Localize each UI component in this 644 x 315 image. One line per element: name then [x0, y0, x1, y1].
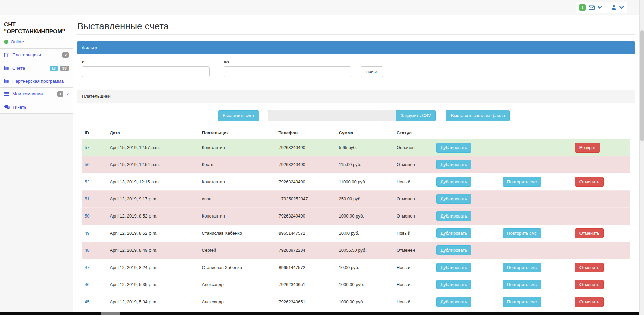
invoice-id-link[interactable]: 56	[85, 162, 89, 167]
cancel-button[interactable]: Отменить	[575, 297, 604, 307]
scrollbar-thumb[interactable]	[640, 30, 644, 141]
refund-button[interactable]: Возврат	[575, 143, 600, 153]
invoice-id-link[interactable]: 57	[85, 145, 89, 150]
chevron-down-icon[interactable]	[619, 6, 624, 9]
chevron-down-icon[interactable]	[598, 6, 602, 9]
date-to-label: по	[224, 59, 351, 64]
mail-icon[interactable]	[589, 5, 595, 10]
invoice-id-cell: 47	[82, 259, 107, 276]
sidebar: СНТ "ОРГСТАНКИНПРОМ" Online Плательщики2…	[0, 15, 73, 315]
sidebar-item-tickets[interactable]: Тикеты	[0, 101, 73, 113]
invoices-table: IDДатаПлательщикТелефонСуммаСтатус 57 Ap…	[82, 127, 630, 310]
filter-form: с по поиск	[82, 59, 630, 77]
csv-upload-group: Загрузить CSV	[268, 110, 436, 121]
invoices-header-row: IDДатаПлательщикТелефонСуммаСтатус	[82, 127, 630, 139]
invoice-id-link[interactable]: 45	[85, 299, 89, 304]
duplicate-button[interactable]: Дублировать	[436, 245, 471, 255]
repeat-sms-button[interactable]: Повторить смс	[503, 228, 541, 238]
notification-count-badge[interactable]: 1	[579, 4, 586, 11]
repeat-sms-button[interactable]: Повторить смс	[503, 263, 541, 273]
repeat-sms-button[interactable]: Повторить смс	[503, 297, 541, 307]
list-icon	[4, 92, 10, 96]
invoice-id-link[interactable]: 49	[85, 231, 89, 236]
invoice-status-cell: Новый	[394, 259, 434, 276]
cancel-button[interactable]: Отменить	[575, 263, 604, 273]
invoice-amount-cell: 5.65 руб.	[336, 139, 394, 156]
invoice-id-cell: 50	[82, 207, 107, 225]
csv-file-input[interactable]	[268, 110, 396, 121]
invoice-row: 49 April 12, 2019, 8:52 p.m. Станислав Х…	[82, 225, 630, 242]
online-status[interactable]: Online	[4, 39, 69, 44]
duplicate-button[interactable]: Дублировать	[436, 263, 471, 273]
invoice-date-cell: April 12, 2019, 8:52 p.m.	[107, 207, 199, 225]
scrollbar[interactable]	[639, 0, 644, 315]
duplicate-button[interactable]: Дублировать	[436, 143, 471, 153]
sidebar-item-label: Счета	[12, 66, 47, 71]
duplicate-button[interactable]: Дублировать	[436, 280, 471, 290]
duplicate-button[interactable]: Дублировать	[436, 211, 471, 221]
invoice-amount-cell: 10056.50 руб.	[336, 242, 394, 259]
invoice-phone-cell: 79262340651	[276, 276, 336, 293]
topbar-user-area: 1	[576, 2, 627, 13]
invoice-sms-cell: Повторить смс	[500, 225, 572, 242]
invoice-status-cell: Новый	[394, 276, 434, 293]
cancel-button[interactable]: Отменить	[575, 177, 604, 187]
invoice-id-link[interactable]: 51	[85, 196, 89, 201]
invoice-id-link[interactable]: 52	[85, 179, 89, 184]
invoice-date-cell: April 13, 2019, 12:15 a.m.	[107, 173, 199, 190]
duplicate-button[interactable]: Дублировать	[436, 194, 471, 204]
duplicate-button[interactable]: Дублировать	[436, 177, 471, 187]
invoice-id-link[interactable]: 48	[85, 248, 89, 253]
issue-from-file-button[interactable]: Выставить счета из файла	[446, 110, 510, 121]
invoice-id-cell: 46	[82, 276, 107, 293]
invoice-id-cell: 52	[82, 173, 107, 190]
date-to-input[interactable]	[224, 66, 351, 77]
cancel-button[interactable]: Отменить	[575, 280, 604, 290]
duplicate-button[interactable]: Дублировать	[436, 160, 471, 170]
sidebar-item-invoices[interactable]: Счета1833	[0, 62, 73, 75]
invoice-table-body: 57 April 15, 2019, 12:57 p.m. Константин…	[82, 139, 630, 310]
invoice-id-link[interactable]: 47	[85, 265, 89, 270]
main-content: Выставленные счета Фильтр с по поиск Пла…	[73, 0, 644, 315]
invoice-final-cell	[572, 207, 630, 225]
invoice-status-cell: Новый	[394, 293, 434, 310]
user-icon[interactable]	[611, 5, 616, 10]
duplicate-button[interactable]: Дублировать	[436, 297, 471, 307]
comments-icon	[4, 105, 10, 109]
sidebar-item-my-companies[interactable]: Мои компании1‹	[0, 87, 73, 101]
repeat-sms-button[interactable]: Повторить смс	[503, 177, 541, 187]
topbar: 1	[0, 0, 639, 15]
cancel-button[interactable]: Отменить	[575, 228, 604, 238]
invoice-status-cell: Отменен	[394, 156, 434, 173]
invoice-id-cell: 56	[82, 156, 107, 173]
invoice-sms-cell	[500, 190, 572, 207]
invoice-id-link[interactable]: 50	[85, 213, 89, 219]
issue-invoice-button[interactable]: Выставить счет	[218, 110, 259, 121]
invoice-id-link[interactable]: 46	[85, 282, 89, 287]
repeat-sms-button[interactable]: Повторить смс	[503, 280, 541, 290]
table-icon	[4, 53, 10, 57]
bottom-edge-notch	[101, 312, 120, 315]
invoice-phone-cell: +79250252347	[276, 190, 336, 207]
sidebar-item-payers[interactable]: Плательщики2	[0, 48, 73, 62]
invoice-id-cell: 51	[82, 190, 107, 207]
chevron-left-icon[interactable]: ‹	[67, 91, 69, 97]
invoice-id-cell: 57	[82, 139, 107, 156]
column-header-actions	[500, 127, 572, 139]
invoice-date-cell: April 12, 2019, 8:49 p.m.	[107, 242, 199, 259]
invoice-date-cell: April 12, 2019, 5:35 p.m.	[107, 276, 199, 293]
date-from-input[interactable]	[82, 66, 210, 77]
upload-csv-button[interactable]: Загрузить CSV	[396, 110, 436, 121]
search-button[interactable]: поиск	[361, 66, 383, 77]
filter-panel-header: Фильтр	[77, 42, 635, 54]
invoice-row: 50 April 12, 2019, 8:52 p.m. Константин …	[82, 207, 630, 225]
column-header-actions	[434, 127, 500, 139]
invoice-sms-cell: Повторить смс	[500, 259, 572, 276]
sidebar-item-partner-program[interactable]: Партнерская программа	[0, 75, 73, 87]
column-header: Плательщик	[199, 127, 276, 139]
payers-panel: Плательщики Выставить счет Загрузить CSV…	[77, 90, 635, 315]
invoice-payer-cell: Константин	[199, 207, 276, 225]
duplicate-button[interactable]: Дублировать	[436, 228, 471, 238]
invoice-amount-cell: 115.00 руб.	[336, 156, 394, 173]
invoice-amount-cell: 10.00 руб.	[336, 225, 394, 242]
